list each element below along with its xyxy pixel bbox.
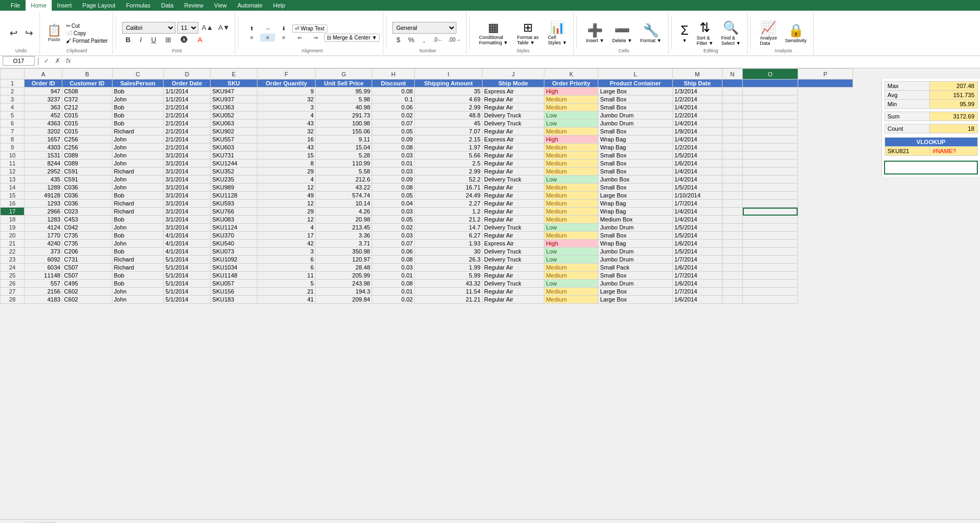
empty-cell[interactable] xyxy=(743,184,798,192)
redo-button[interactable]: ↪ xyxy=(21,27,36,39)
empty-cell[interactable] xyxy=(722,160,743,168)
table-cell[interactable]: 2952 xyxy=(25,168,62,176)
table-cell[interactable]: 32 xyxy=(257,96,316,104)
cell-styles-button[interactable]: 📊 CellStyles ▼ xyxy=(544,19,570,47)
table-cell[interactable]: 20.98 xyxy=(316,216,372,224)
dec-decimal-button[interactable]: .0← xyxy=(431,36,445,44)
table-cell[interactable]: Wrap Bag xyxy=(598,208,672,216)
table-cell[interactable]: 2.99 xyxy=(415,104,483,112)
table-cell[interactable]: Low xyxy=(544,280,598,288)
table-cell[interactable]: Low xyxy=(544,256,598,264)
table-cell[interactable]: 4303 xyxy=(25,144,62,152)
table-cell[interactable]: SKU902 xyxy=(211,128,258,136)
table-cell[interactable]: Bob xyxy=(112,192,164,200)
table-cell[interactable]: 21.21 xyxy=(415,296,483,304)
table-cell[interactable]: C508 xyxy=(62,88,112,96)
table-cell[interactable]: 0.02 xyxy=(372,296,415,304)
sensitivity-button[interactable]: 🔒 Sensitivity xyxy=(782,21,810,45)
table-cell[interactable]: 0.08 xyxy=(372,88,415,96)
table-cell[interactable]: C256 xyxy=(62,136,112,144)
table-cell[interactable]: 947 xyxy=(25,88,62,96)
table-cell[interactable]: SKU731 xyxy=(211,152,258,160)
table-cell[interactable]: 2966 xyxy=(25,208,62,216)
merge-center-button[interactable]: ⊟ Merge & Center ▼ xyxy=(324,34,380,42)
empty-cell[interactable] xyxy=(743,168,798,176)
table-cell[interactable]: 0.05 xyxy=(372,216,415,224)
empty-cell[interactable] xyxy=(743,112,798,120)
row-num-10[interactable]: 10 xyxy=(1,152,25,160)
table-cell[interactable]: SKU1244 xyxy=(211,160,258,168)
cell-N1[interactable] xyxy=(722,80,743,88)
col-header-O[interactable]: O xyxy=(743,69,798,80)
row-num-7[interactable]: 7 xyxy=(1,128,25,136)
table-cell[interactable]: Regular Air xyxy=(483,288,544,296)
table-cell[interactable]: Medium xyxy=(544,160,598,168)
empty-cell[interactable] xyxy=(743,280,798,288)
borders-button[interactable]: ⊞ xyxy=(160,35,175,45)
table-cell[interactable]: 1/7/2014 xyxy=(672,200,722,208)
table-cell[interactable]: 0.06 xyxy=(372,104,415,112)
align-bottom-button[interactable]: ⬇ xyxy=(276,25,291,33)
table-cell[interactable]: SKU352 xyxy=(211,168,258,176)
table-cell[interactable]: 3/1/2014 xyxy=(164,168,211,176)
cell-G1[interactable]: Unit Sell Price xyxy=(316,80,372,88)
table-cell[interactable]: Regular Air xyxy=(483,168,544,176)
table-cell[interactable]: 4 xyxy=(257,112,316,120)
table-cell[interactable]: Small Box xyxy=(598,272,672,280)
table-cell[interactable]: 0.06 xyxy=(372,248,415,256)
align-top-button[interactable]: ⬆ xyxy=(244,25,259,33)
table-cell[interactable]: Regular Air xyxy=(483,160,544,168)
empty-cell[interactable] xyxy=(743,272,798,280)
empty-cell[interactable] xyxy=(722,88,743,96)
table-cell[interactable]: C212 xyxy=(62,104,112,112)
empty-cell[interactable] xyxy=(722,112,743,120)
table-cell[interactable]: 3/1/2014 xyxy=(164,192,211,200)
table-cell[interactable]: SKU052 xyxy=(211,112,258,120)
table-cell[interactable]: C015 xyxy=(62,112,112,120)
row-num-14[interactable]: 14 xyxy=(1,184,25,192)
tab-home[interactable]: Home xyxy=(26,0,52,11)
table-cell[interactable]: 435 xyxy=(25,176,62,184)
table-cell[interactable]: 3/1/2014 xyxy=(164,208,211,216)
sort-filter-button[interactable]: ⇅ Sort &Filter ▼ xyxy=(693,19,716,47)
table-cell[interactable]: 3/1/2014 xyxy=(164,200,211,208)
table-cell[interactable]: 110.99 xyxy=(316,160,372,168)
table-cell[interactable]: 3/1/2014 xyxy=(164,152,211,160)
row-num-4[interactable]: 4 xyxy=(1,104,25,112)
table-cell[interactable]: 26.3 xyxy=(415,256,483,264)
table-cell[interactable]: SKU370 xyxy=(211,232,258,240)
col-header-N[interactable]: N xyxy=(722,69,743,80)
table-cell[interactable]: 5/1/2014 xyxy=(164,280,211,288)
cell-C1[interactable]: SalesPerson xyxy=(112,80,164,88)
table-cell[interactable]: 0.08 xyxy=(372,280,415,288)
empty-cell[interactable] xyxy=(722,104,743,112)
empty-cell[interactable] xyxy=(722,296,743,304)
format-as-table-button[interactable]: ⊞ Format asTable ▼ xyxy=(514,19,542,47)
inc-decimal-button[interactable]: .00→ xyxy=(446,36,463,44)
cell-I1[interactable]: Shipping Amount xyxy=(415,80,483,88)
table-cell[interactable]: Delivery Truck xyxy=(483,120,544,128)
table-cell[interactable]: 17 xyxy=(257,232,316,240)
table-cell[interactable]: 52.2 xyxy=(415,176,483,184)
table-cell[interactable]: 4183 xyxy=(25,296,62,304)
table-cell[interactable]: 3/1/2014 xyxy=(164,216,211,224)
table-cell[interactable]: 4/1/2014 xyxy=(164,232,211,240)
table-cell[interactable]: 4.26 xyxy=(316,208,372,216)
cell-F1[interactable]: Order Quantity xyxy=(257,80,316,88)
table-cell[interactable]: 5.98 xyxy=(316,96,372,104)
table-cell[interactable]: Medium xyxy=(544,152,598,160)
table-cell[interactable]: 1770 xyxy=(25,232,62,240)
table-cell[interactable]: SKU603 xyxy=(211,144,258,152)
table-cell[interactable]: C372 xyxy=(62,96,112,104)
increase-font-button[interactable]: A▲ xyxy=(200,23,215,32)
sum-button[interactable]: Σ ▼ xyxy=(678,21,692,45)
table-cell[interactable]: 1/5/2014 xyxy=(672,152,722,160)
table-cell[interactable]: 6092 xyxy=(25,256,62,264)
table-cell[interactable]: 1/5/2014 xyxy=(672,224,722,232)
table-cell[interactable]: Small Box xyxy=(598,232,672,240)
table-cell[interactable]: Regular Air xyxy=(483,184,544,192)
table-cell[interactable]: 1/10/2014 xyxy=(672,192,722,200)
table-cell[interactable]: 0.07 xyxy=(372,240,415,248)
tab-help[interactable]: Help xyxy=(268,0,291,11)
empty-cell[interactable] xyxy=(743,176,798,184)
